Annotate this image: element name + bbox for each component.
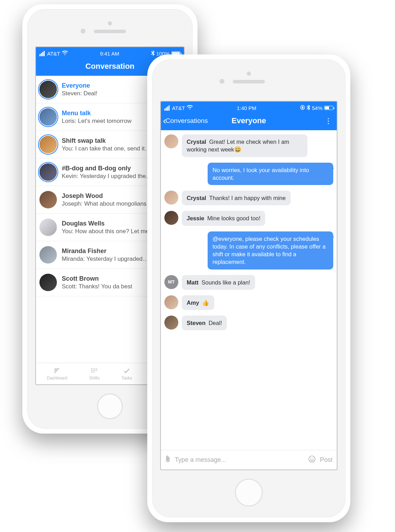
sensor-dot <box>247 72 251 76</box>
orientation-lock-icon <box>300 105 305 111</box>
message-in: Crystal Great! Let me check when I am wo… <box>164 134 333 157</box>
battery-percent: 54% <box>312 105 322 111</box>
sensor-dot <box>108 21 112 25</box>
sender-name: Matt <box>187 279 200 286</box>
avatar <box>39 81 57 98</box>
status-bar: AT&T 1:40 PM 54% <box>161 102 337 114</box>
tab-tasks[interactable]: Tasks <box>121 367 132 380</box>
message-out: @everyone, please check your schedules t… <box>164 231 333 269</box>
svg-rect-5 <box>96 370 97 371</box>
speaker <box>94 30 126 33</box>
chat-thread[interactable]: Crystal Great! Let me check when I am wo… <box>161 130 337 450</box>
screen-chat: AT&T 1:40 PM 54% <box>160 101 337 470</box>
post-button[interactable]: Post <box>320 456 333 464</box>
message-in: Crystal Thanks! I am happy with mine <box>164 191 333 205</box>
signal-icon <box>164 105 170 111</box>
sender-name: Steven <box>187 320 207 326</box>
avatar <box>39 163 57 181</box>
avatar <box>164 134 178 148</box>
message-bubble[interactable]: Jessie Mine looks good too! <box>182 211 265 226</box>
sender-name: Crystal <box>187 195 208 201</box>
avatar <box>39 219 57 236</box>
avatar <box>39 274 57 291</box>
message-out: No worries, I took your availability int… <box>164 163 333 185</box>
tab-label: Shifts <box>89 376 99 380</box>
avatar <box>164 191 178 205</box>
phone-bezel: AT&T 1:40 PM 54% <box>152 59 345 517</box>
tab-shifts[interactable]: Shifts <box>89 367 99 380</box>
svg-point-10 <box>311 458 311 459</box>
tab-label: Dashboard <box>47 376 67 380</box>
message-bubble[interactable]: No worries, I took your availability int… <box>208 163 333 185</box>
message-bubble[interactable]: Crystal Thanks! I am happy with mine <box>182 191 291 205</box>
back-label: Conversations <box>165 117 208 125</box>
svg-rect-2 <box>96 368 97 369</box>
bluetooth-icon <box>151 50 155 57</box>
message-bubble[interactable]: Amy 👍 <box>182 295 214 310</box>
front-camera <box>219 79 224 84</box>
message-bubble[interactable]: Matt Sounds like a plan! <box>182 275 255 290</box>
home-button[interactable] <box>235 479 263 507</box>
more-icon[interactable]: ⋮ <box>325 117 332 125</box>
message-in: Amy 👍 <box>164 295 333 310</box>
back-button[interactable]: ‹ Conversations <box>163 117 208 125</box>
avatar <box>164 316 178 330</box>
carrier-label: AT&T <box>47 51 60 57</box>
sender-name: Amy <box>187 300 201 306</box>
sender-name: Jessie <box>187 215 206 221</box>
emoji-icon[interactable] <box>308 455 316 465</box>
signal-icon <box>39 51 45 56</box>
phone-right: AT&T 1:40 PM 54% <box>147 54 350 522</box>
avatar: MT <box>164 275 178 289</box>
message-bubble[interactable]: @everyone, please check your schedules t… <box>208 231 333 269</box>
front-camera <box>81 29 85 34</box>
clock: 1:40 PM <box>237 105 256 111</box>
wifi-icon <box>62 51 68 57</box>
tab-dashboard[interactable]: Dashboard <box>47 367 67 380</box>
avatar <box>39 246 57 264</box>
attach-icon[interactable] <box>165 455 171 465</box>
home-button[interactable] <box>97 393 123 419</box>
clock: 9:41 AM <box>100 51 119 57</box>
message-in: MTMatt Sounds like a plan! <box>164 275 333 290</box>
message-input[interactable]: Type a message... <box>175 456 304 464</box>
avatar <box>39 191 57 208</box>
tab-label: Tasks <box>121 376 132 380</box>
message-bubble[interactable]: Steven Deal! <box>182 316 227 330</box>
carrier-label: AT&T <box>172 105 185 111</box>
header-title: Conversation <box>85 62 135 71</box>
composer: Type a message... Post <box>161 450 337 470</box>
header: ‹ Conversations Everyone ⋮ <box>161 114 337 130</box>
avatar <box>164 211 178 225</box>
message-in: Steven Deal! <box>164 316 333 330</box>
battery-icon <box>324 106 333 110</box>
svg-point-11 <box>313 458 313 459</box>
header-title: Everyone <box>231 116 266 125</box>
message-bubble[interactable]: Crystal Great! Let me check when I am wo… <box>182 134 307 157</box>
svg-rect-7 <box>94 371 95 372</box>
wifi-icon <box>187 105 193 111</box>
message-in: Jessie Mine looks good too! <box>164 211 333 226</box>
speaker <box>233 80 265 83</box>
svg-point-9 <box>309 456 315 462</box>
svg-rect-1 <box>94 368 95 369</box>
svg-rect-4 <box>94 370 95 371</box>
bluetooth-icon <box>307 105 310 111</box>
avatar <box>39 108 57 126</box>
avatar <box>164 295 178 309</box>
svg-rect-0 <box>91 368 93 369</box>
svg-rect-6 <box>91 371 93 372</box>
svg-rect-3 <box>91 370 93 371</box>
avatar <box>39 136 57 153</box>
sender-name: Crystal <box>187 139 208 145</box>
